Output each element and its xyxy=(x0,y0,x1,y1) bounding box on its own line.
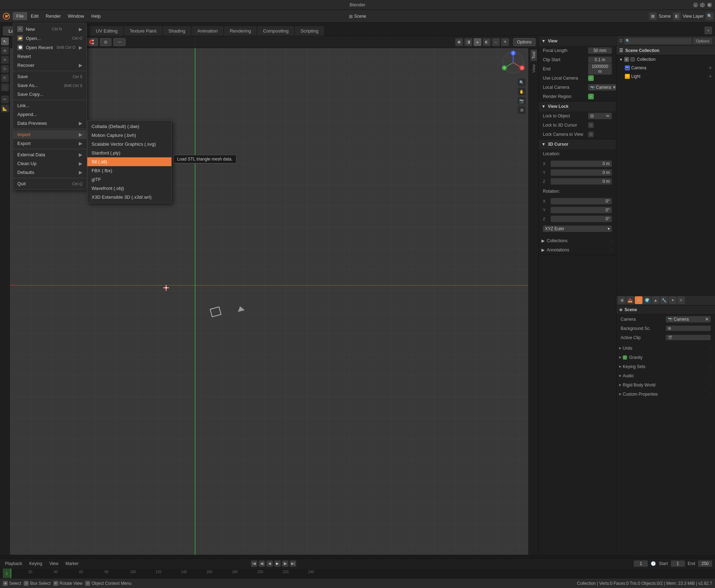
output-props-btn[interactable]: 📤 xyxy=(626,296,634,304)
lock-camera-toggle[interactable]: □ xyxy=(588,132,594,137)
keying-sets-row[interactable]: ▶ Keying Sets ⋮ xyxy=(616,362,715,371)
collection-visible-checkbox[interactable] xyxy=(631,57,635,62)
cursor-z-value[interactable]: 0 m xyxy=(551,178,612,185)
outliner-options-btn[interactable]: Options xyxy=(693,38,712,44)
menu-window[interactable]: Window xyxy=(64,12,88,20)
rigid-body-row[interactable]: ▶ Rigid Body World ⋮ xyxy=(616,380,715,390)
start-frame-input[interactable]: 1 xyxy=(671,560,685,567)
focal-length-value[interactable]: 50 mm xyxy=(588,47,612,54)
menu-defaults[interactable]: Defaults ▶ xyxy=(13,168,87,177)
viewport-overlay-btn[interactable]: ◉ xyxy=(455,38,463,46)
pan-btn[interactable]: ✋ xyxy=(518,88,526,95)
outliner-search[interactable]: 🔍 xyxy=(624,38,692,44)
eevee-btn[interactable]: ☀ xyxy=(501,38,509,46)
world-props-btn[interactable]: 🌍 xyxy=(643,296,651,304)
use-local-camera-toggle[interactable]: ✓ xyxy=(588,75,594,81)
view-section-header[interactable]: ▼ View xyxy=(539,36,616,46)
menu-open[interactable]: 📂 Open... Ctrl O xyxy=(13,34,87,43)
custom-properties-row[interactable]: ▶ Custom Properties ⋮ xyxy=(616,390,715,399)
xray-btn[interactable]: ◨ xyxy=(464,38,472,46)
minimize-btn[interactable]: － xyxy=(693,2,698,7)
collection-item-scene[interactable]: ▼ ⊞ Collection xyxy=(616,55,715,64)
active-clip-select[interactable]: 🎬 xyxy=(666,335,711,340)
menu-help[interactable]: Help xyxy=(88,12,104,20)
menu-recover[interactable]: Recover ▶ xyxy=(13,61,87,70)
view-lock-header[interactable]: ▼ View Lock xyxy=(539,101,616,111)
import-collada[interactable]: Collada (Default) (.dae) xyxy=(87,122,171,131)
sidebar-tool-annotate[interactable]: ✏ xyxy=(1,95,9,103)
menu-save-as[interactable]: Save As... Shift Ctrl S xyxy=(13,81,87,90)
navigation-gizmo[interactable]: Z X Y xyxy=(501,50,526,75)
rotation-mode-select[interactable]: XYZ Euler ▾ xyxy=(543,226,612,232)
menu-export[interactable]: Export ▶ xyxy=(13,139,87,148)
render-props-btn[interactable]: 🖥 xyxy=(618,296,626,304)
end-frame-input[interactable]: 250 xyxy=(698,560,712,567)
scene-camera-select[interactable]: 📷 Camera ✕ xyxy=(666,316,711,322)
import-motion-capture[interactable]: Motion Capture (.bvh) xyxy=(87,131,171,140)
physics-props-btn[interactable]: ⚛ xyxy=(677,296,685,304)
menu-data-previews[interactable]: Data Previews ▶ xyxy=(13,119,87,128)
clip-start-value[interactable]: 0.1 m xyxy=(588,57,612,63)
jump-to-end-btn[interactable]: ▶| xyxy=(290,560,296,567)
gravity-toggle[interactable]: ✓ xyxy=(623,355,627,360)
menu-edit[interactable]: Edit xyxy=(27,12,42,20)
import-stl[interactable]: Stl (.stl) xyxy=(87,157,171,166)
scene-camera-clear[interactable]: ✕ xyxy=(705,317,709,322)
menu-append[interactable]: Append... xyxy=(13,110,87,119)
menu-open-recent[interactable]: 🕐 Open Recent Shift Ctrl O ▶ xyxy=(13,43,87,52)
menu-quit[interactable]: Quit Ctrl Q xyxy=(13,179,87,188)
import-fbx[interactable]: FBX (.fbx) xyxy=(87,166,171,175)
sidebar-tool-move[interactable]: ✛ xyxy=(1,56,9,64)
cursor-x-value[interactable]: 0 m xyxy=(551,161,612,167)
camera-view-btn[interactable]: 📷 xyxy=(518,97,526,105)
keying-menu[interactable]: Keying xyxy=(27,560,45,567)
menu-new[interactable]: + New Ctrl N ▶ xyxy=(13,24,87,34)
import-gltf[interactable]: gITF xyxy=(87,175,171,184)
menu-revert[interactable]: Revert xyxy=(13,52,87,61)
lock-to-object-field[interactable]: ⊟ ✏ xyxy=(588,113,612,119)
menu-clean-up[interactable]: Clean Up ▶ xyxy=(13,159,87,168)
menu-link[interactable]: Link... xyxy=(13,101,87,110)
cursor-rz-value[interactable]: 0° xyxy=(551,216,612,222)
cursor-section-header[interactable]: ▼ 3D Cursor xyxy=(539,139,616,149)
collections-row[interactable]: ▶ Collections ⋮ xyxy=(539,236,616,245)
audio-row[interactable]: ▶ Audio ⋮ xyxy=(616,371,715,380)
scene-selector[interactable]: ▦ xyxy=(649,12,657,20)
tab-compositing[interactable]: Compositing xyxy=(257,26,294,36)
cursor-y-value[interactable]: 0 m xyxy=(551,169,612,176)
menu-save[interactable]: Save Ctrl S xyxy=(13,72,87,81)
camera-visibility-icon[interactable]: 👁 xyxy=(709,66,712,70)
sidebar-tool-scale[interactable]: ⇱ xyxy=(1,74,9,82)
options-btn[interactable]: Options xyxy=(513,38,535,46)
sidebar-tool-transform[interactable]: ⬚ xyxy=(1,83,9,91)
material-shading-btn[interactable]: ◐ xyxy=(483,38,491,46)
camera-select[interactable]: 📷 Camera ✕ xyxy=(588,84,616,91)
annotations-row[interactable]: ▶ Annotations ⋮ xyxy=(539,245,616,255)
import-x3d[interactable]: X3D Extensible 3D (.x3d/.wrl) xyxy=(87,193,171,202)
collection-item-camera[interactable]: 📷 Camera 👁 xyxy=(616,64,715,72)
tab-texture-paint[interactable]: Texture Paint xyxy=(124,26,162,36)
clip-end-value[interactable]: 1000000 m xyxy=(588,63,612,75)
light-visibility-icon[interactable]: 👁 xyxy=(709,75,712,78)
collection-item-light[interactable]: 💡 Light 👁 xyxy=(616,72,715,81)
extras-btn[interactable]: ⋯ xyxy=(113,38,125,46)
scene-props-btn[interactable]: ⚙ xyxy=(635,296,643,304)
menu-import[interactable]: Import ▶ xyxy=(13,130,87,139)
sidebar-tool-rotate[interactable]: ↻ xyxy=(1,65,9,73)
zoom-in-btn[interactable]: 🔍 xyxy=(518,78,526,86)
modifier-props-btn[interactable]: 🔧 xyxy=(660,296,668,304)
import-stanford[interactable]: Stanford (.ply) xyxy=(87,149,171,157)
tab-tool[interactable]: Tool xyxy=(531,50,537,61)
tab-uv-editing[interactable]: UV Editing xyxy=(90,26,123,36)
tab-view[interactable]: View xyxy=(531,62,537,75)
tab-shading[interactable]: Shading xyxy=(163,26,191,36)
import-wavefront[interactable]: Wavefront (.obj) xyxy=(87,184,171,193)
solid-shading-btn[interactable]: ● xyxy=(474,38,481,46)
jump-to-start-btn[interactable]: |◀ xyxy=(251,560,257,567)
sidebar-tool-cursor[interactable]: ⊕ xyxy=(1,47,9,54)
maximize-btn[interactable]: □ xyxy=(700,2,705,7)
play-back-btn[interactable]: ◀ xyxy=(266,560,273,567)
menu-file[interactable]: File xyxy=(13,12,27,20)
import-svg[interactable]: Scalable Vector Graphics (.svg) xyxy=(87,140,171,149)
add-workspace-btn[interactable]: + xyxy=(704,27,712,34)
